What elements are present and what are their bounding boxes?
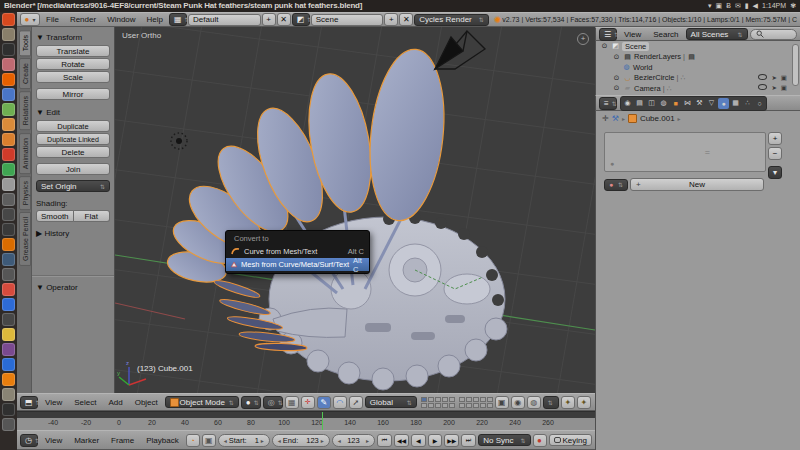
layer-cell[interactable] [449,403,455,408]
translate-button[interactable]: Translate [36,45,110,57]
tab-tools[interactable]: Tools [19,30,31,56]
mode-dropdown[interactable]: Object Mode⇅ [165,396,239,408]
outliner-filter-dropdown[interactable]: All Scenes⇅ [686,28,748,40]
yellow-app-launcher-icon[interactable] [2,328,15,341]
manipulator-translate-icon[interactable]: ✎ [317,396,331,409]
layer-cell[interactable] [466,397,472,402]
v3d-menu-view[interactable]: View [40,398,67,407]
v3d-menu-select[interactable]: Select [69,398,101,407]
slot-specials-menu[interactable]: ▾ [768,166,782,179]
render-opengl-anim-icon[interactable]: ✦ [577,396,591,409]
visibility-toggles[interactable]: ➤ ▣ [758,74,787,82]
pin-icon[interactable]: ✛ [602,114,609,123]
lock-scene-icon[interactable]: ▣ [495,396,509,409]
audio-app-launcher-icon[interactable] [2,163,15,176]
cup-app-launcher-icon[interactable] [2,253,15,266]
libreoffice-calc-launcher-icon[interactable] [2,103,15,116]
media-player-launcher-icon[interactable] [2,298,15,311]
layer-cell[interactable] [435,403,441,408]
tab-physics[interactable]: Physics [19,176,31,210]
blender-logo-menu[interactable]: ●▾ [20,13,40,26]
eye-icon[interactable] [758,84,767,90]
layer-cell[interactable] [473,397,479,402]
menu-window[interactable]: Window [102,15,140,24]
red-a-app-launcher-icon[interactable] [2,148,15,161]
record-button[interactable]: ● [533,434,547,447]
v3d-menu-add[interactable]: Add [103,398,127,407]
preview-range-icon[interactable]: ◔ [186,434,200,447]
snap-element-icon[interactable]: ◍ [527,396,541,409]
layer-cell[interactable] [449,397,455,402]
render-engine-dropdown[interactable]: Cycles Render⇅ [414,14,488,26]
properties-tab-render-layers[interactable]: ▤ [634,98,645,109]
expander-icon[interactable]: ⊙ [612,74,621,82]
expander-icon[interactable]: ⊙ [612,84,621,92]
layer-cell[interactable] [480,403,486,408]
screen-layout-field[interactable]: Default [188,14,261,26]
layer-cell[interactable] [442,397,448,402]
volume-icon[interactable]: ◀ [753,0,758,12]
play-reverse-button[interactable]: ◀ [411,434,426,447]
amplifier-launcher-icon[interactable] [2,223,15,236]
scale-button[interactable]: Scale [36,71,110,83]
properties-tab-texture[interactable]: ▦ [730,98,741,109]
mirror-button[interactable]: Mirror [36,88,110,100]
selectable-icon[interactable]: ➤ [771,84,776,92]
smooth-button[interactable]: Smooth [36,210,74,222]
display-icon[interactable]: ▣ [716,0,723,12]
snap-mode-dropdown[interactable]: ⇅ [543,396,559,409]
photos-app-launcher-icon[interactable] [2,133,15,146]
outliner-scrollbar[interactable] [792,44,799,86]
vlc-launcher-icon[interactable] [2,238,15,251]
panel-history-header[interactable]: ▶ History [36,229,110,238]
wrench-icon[interactable]: ⚒ [612,114,619,123]
libreoffice-writer-launcher-icon[interactable] [2,88,15,101]
tab-grease-pencil[interactable]: Grease Pencil [19,212,31,266]
manipulator-rotate-icon[interactable]: ◠ [333,396,347,409]
network-icon[interactable]: ▾ [708,0,712,12]
viewport-shading-dropdown[interactable]: ●⇅ [241,396,261,409]
layer-cell[interactable] [487,403,493,408]
sync-dropdown[interactable]: No Sync⇅ [478,434,530,446]
timeline-playhead[interactable] [322,418,323,430]
duplicate-linked-button[interactable]: Duplicate Linked [36,133,110,145]
layer-cell[interactable] [435,397,441,402]
layer-cell[interactable] [459,397,465,402]
tab-create[interactable]: Create [19,58,31,89]
v3d-menu-object[interactable]: Object [130,398,163,407]
properties-tab-constraints[interactable]: ⋈ [682,98,693,109]
play-button[interactable]: ▶ [428,434,443,447]
tl-menu-playback[interactable]: Playback [141,436,183,445]
camera-app-launcher-icon[interactable] [2,313,15,326]
ubuntu-dash-launcher-icon[interactable] [2,13,15,26]
layout-add-button[interactable]: + [262,13,276,26]
properties-tab-render[interactable]: ◉ [622,98,633,109]
properties-tab-scene[interactable]: ◫ [646,98,657,109]
properties-tab-particles[interactable]: ∴ [742,98,753,109]
keying-set-button[interactable]: Keying [549,434,592,446]
orientation-dropdown[interactable]: Global⇅ [365,396,417,408]
editor-type-timeline-icon[interactable]: ◷⇅ [20,434,38,447]
properties-tab-object-data[interactable]: ▽ [706,98,717,109]
expander-icon[interactable]: ⊙ [612,53,621,61]
selectable-icon[interactable]: ➤ [771,74,776,82]
package-app-launcher-icon[interactable] [2,388,15,401]
outliner-row-camera[interactable]: ⊙ ▰ Camera|∴ ➤ ▣ [596,83,800,94]
layer-cell[interactable] [442,403,448,408]
layers-grid-2[interactable] [459,397,493,408]
outliner-row-world[interactable]: ◍ World [596,62,800,73]
pivot-dropdown[interactable]: ◎⇅ [263,396,283,409]
end-frame-field[interactable]: ◂End:123▸ [272,434,330,447]
scene-field[interactable]: Scene [311,14,384,26]
renderable-icon[interactable]: ▣ [781,74,787,82]
menu-help[interactable]: Help [142,15,168,24]
jump-to-start-button[interactable]: ⏮ [377,434,392,447]
jump-to-end-button[interactable]: ⏭ [461,434,476,447]
panel-operator-header[interactable]: ▼ Operator [36,283,110,292]
layer-cell[interactable] [487,397,493,402]
files-launcher-icon[interactable] [2,28,15,41]
delete-button[interactable]: Delete [36,146,110,158]
layer-cell[interactable] [473,403,479,408]
tab-relations[interactable]: Relations [19,91,31,130]
clock[interactable]: 1:14PM [762,0,786,12]
